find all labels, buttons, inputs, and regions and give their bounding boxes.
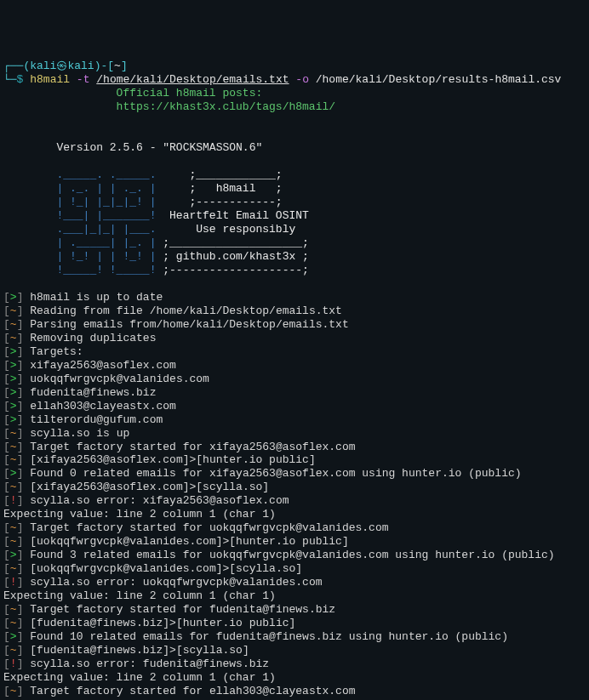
- output-line: [~] scylla.so is up: [3, 427, 586, 441]
- status-gt-icon: >: [10, 373, 17, 385]
- header-link: https://khast3x.club/tags/h8mail/: [3, 100, 586, 114]
- output-text: Removing duplicates: [30, 332, 156, 344]
- arg-output-path: /home/kali/Desktop/results-h8mail.csv: [316, 73, 562, 86]
- prompt-user: kali: [30, 60, 56, 72]
- output-line: [>] xifaya2563@asoflex.com: [3, 359, 586, 373]
- output-line: [>] uokqqfwrgvcpk@valanides.com: [3, 373, 586, 386]
- prompt-open: ┌──(: [3, 60, 30, 72]
- output-text: Parsing emails from/home/kali/Desktop/em…: [30, 318, 348, 331]
- bracket-close: ]: [17, 359, 24, 372]
- bracket-close: ]: [17, 562, 24, 575]
- status-tilde-icon: ~: [10, 453, 17, 466]
- bracket-close: ]: [17, 373, 24, 385]
- bracket-close: ]: [17, 535, 24, 548]
- bracket-open: [: [3, 576, 10, 589]
- bracket-close: ]: [17, 521, 24, 534]
- bracket-open: [: [3, 304, 10, 317]
- status-gt-icon: >: [10, 345, 17, 358]
- output-line: [>] Found 3 related emails for uokqqfwrg…: [3, 549, 586, 562]
- output-text: Target factory started for fudenita@fine…: [30, 603, 335, 616]
- output-line: [!] scylla.so error: uokqqfwrgvcpk@valan…: [3, 576, 586, 589]
- status-tilde-icon: ~: [10, 427, 17, 440]
- prompt-line-1: ┌──(kali㉿kali)-[~]: [3, 60, 586, 73]
- bracket-open: [: [3, 562, 10, 575]
- ascii-line-5: .___|_|_| |___. Use responsibly: [3, 223, 586, 236]
- output-text: Expecting value: line 2 column 1 (char 1…: [3, 508, 276, 521]
- output-text: scylla.so error: uokqqfwrgvcpk@valanides…: [30, 576, 322, 589]
- bracket-close: ]: [17, 386, 24, 399]
- status-gt-icon: >: [10, 359, 17, 372]
- output-text: scylla.so error: xifaya2563@asoflex.com: [30, 494, 289, 507]
- output-line: [>] Targets:: [3, 345, 586, 359]
- ascii-line-8: !_____! !_____! ;--------------------;: [3, 264, 586, 277]
- bracket-open: [: [3, 359, 10, 372]
- output-line: [~] [uokqqfwrgvcpk@valanides.com]>[scyll…: [3, 562, 586, 576]
- output-text: Found 3 related emails for uokqqfwrgvcpk…: [30, 549, 554, 561]
- bracket-open: [: [3, 345, 10, 358]
- status-alert-icon: !: [10, 657, 17, 670]
- bracket-open: [: [3, 291, 10, 304]
- status-tilde-icon: ~: [10, 535, 17, 548]
- output-line: [~] Target factory started for uokqqfwrg…: [3, 521, 586, 535]
- bracket-close: ]: [17, 400, 24, 413]
- terminal[interactable]: ┌──(kali㉿kali)-[~]└─$ h8mail -t /home/ka…: [3, 60, 586, 700]
- status-tilde-icon: ~: [10, 603, 17, 616]
- output-line: [>] tilterordu@gufum.com: [3, 413, 586, 427]
- bracket-open: [: [3, 386, 10, 399]
- status-tilde-icon: ~: [10, 304, 17, 317]
- version-line: Version 2.5.6 - "ROCKSMASSON.6": [3, 141, 586, 155]
- bracket-open: [: [3, 657, 10, 670]
- bracket-open: [: [3, 617, 10, 629]
- flag-t: -t: [77, 73, 90, 86]
- cmd-name: h8mail: [30, 73, 70, 86]
- status-tilde-icon: ~: [10, 521, 17, 534]
- bracket-close: ]: [17, 576, 24, 589]
- bracket-open: [: [3, 549, 10, 561]
- output-line: [~] [fudenita@finews.biz]>[scylla.so]: [3, 644, 586, 657]
- status-gt-icon: >: [10, 630, 17, 643]
- bracket-close: ]: [17, 481, 24, 493]
- output-line: [~] Target factory started for xifaya256…: [3, 441, 586, 454]
- bracket-close: ]: [17, 467, 24, 480]
- output-text: scylla.so error: fudenita@finews.biz: [30, 657, 269, 670]
- output-line: Expecting value: line 2 column 1 (char 1…: [3, 589, 586, 603]
- bracket-open: [: [3, 535, 10, 548]
- status-tilde-icon: ~: [10, 481, 17, 493]
- ascii-line-2: | ._. | | ._. | ; h8mail ;: [3, 182, 586, 196]
- status-tilde-icon: ~: [10, 562, 17, 575]
- ascii-line-3: | !_| |_|_|_! | ;------------;: [3, 196, 586, 209]
- bracket-open: [: [3, 481, 10, 493]
- bracket-open: [: [3, 332, 10, 344]
- output-text: Found 0 related emails for xifaya2563@as…: [30, 467, 521, 480]
- output-line: [~] [uokqqfwrgvcpk@valanides.com]>[hunte…: [3, 535, 586, 549]
- status-gt-icon: >: [10, 386, 17, 399]
- arg-input-path: /home/kali/Desktop/emails.txt: [96, 73, 289, 86]
- prompt-tilde: ~: [114, 60, 121, 72]
- bracket-close: ]: [17, 427, 24, 440]
- status-gt-icon: >: [10, 549, 17, 561]
- output-line: [>] fudenita@finews.biz: [3, 386, 586, 400]
- status-tilde-icon: ~: [10, 685, 17, 697]
- status-gt-icon: >: [10, 467, 17, 480]
- status-tilde-icon: ~: [10, 644, 17, 657]
- bracket-open: [: [3, 441, 10, 453]
- output-text: xifaya2563@asoflex.com: [30, 359, 176, 372]
- output-text: [fudenita@finews.biz]>[hunter.io public]: [30, 617, 295, 629]
- bracket-close: ]: [17, 304, 24, 317]
- ascii-line-7: | !_! | | !_! | ; github.com/khast3x ;: [3, 250, 586, 264]
- output-text: Expecting value: line 2 column 1 (char 1…: [3, 671, 276, 684]
- bracket-open: [: [3, 644, 10, 657]
- output-line: Expecting value: line 2 column 1 (char 1…: [3, 508, 586, 521]
- output-text: fudenita@finews.biz: [30, 386, 156, 399]
- bracket-close: ]: [17, 345, 24, 358]
- status-gt-icon: >: [10, 291, 17, 304]
- ascii-line-6: | ._____| |_. | ;____________________;: [3, 236, 586, 250]
- output-text: h8mail is up to date: [30, 291, 163, 304]
- bracket-close: ]: [17, 617, 24, 629]
- prompt-close-br: ]: [121, 60, 128, 72]
- bracket-open: [: [3, 494, 10, 507]
- bracket-open: [: [3, 467, 10, 480]
- header-line-1: Official h8mail posts:: [3, 87, 586, 100]
- output-line: [~] Parsing emails from/home/kali/Deskto…: [3, 318, 586, 332]
- status-gt-icon: >: [10, 400, 17, 413]
